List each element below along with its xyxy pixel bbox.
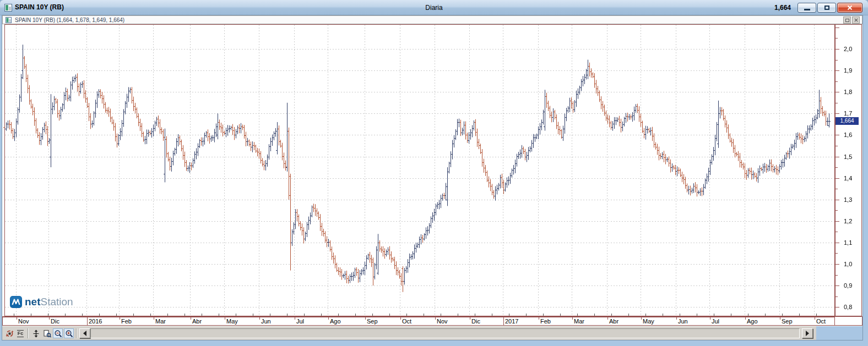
chart-restore-icon [845,19,849,22]
month-tick [225,317,225,320]
chart-header-quote: SPAIN 10Y (RB) (1,664, 1,678, 1,649, 1,6… [15,17,124,23]
last-price-tag: 1,664 [836,117,859,125]
chart-header: SPAIN 10Y (RB) (1,664, 1,678, 1,649, 1,6… [2,15,862,24]
month-tick [470,317,470,320]
x-axis-month-label: 2017 [505,318,518,325]
price-chart-canvas[interactable] [2,24,862,316]
x-axis-month-label: Feb [121,318,132,325]
month-tick [120,317,120,320]
chart-restore-button[interactable] [843,17,851,24]
x-axis-month-label: 2016 [89,318,102,325]
x-axis-month-label: Ago [747,318,758,325]
chart-properties-button[interactable] [4,328,14,338]
formula-icon: Fc [17,330,24,337]
chart-properties-icon [6,329,14,338]
year-divider [87,317,88,325]
toolbar-separator [28,328,28,338]
x-axis-month-label: Jul [712,318,719,325]
scroll-right-icon [806,331,809,336]
horizontal-scrollbar-track[interactable] [90,328,800,338]
fit-vertical-button[interactable] [31,328,41,338]
window-last-price: 1,664 [774,4,791,12]
logo-text-station: Station [41,296,73,307]
window-body: SPAIN 10Y (RB) (1,664, 1,678, 1,649, 1,6… [2,15,862,340]
window-timeframe-title: Diaria [0,4,868,12]
toolbar-separator [76,328,77,338]
x-axis-month-label: Feb [540,318,551,325]
zoom-in-button[interactable] [64,328,74,338]
x-axis-month-label: Abr [192,318,202,325]
x-axis-month-label: Oct [402,318,411,325]
x-axis-month-label: Sep [782,318,793,325]
month-tick [295,317,295,320]
month-tick [400,317,401,320]
month-tick [154,317,154,320]
x-axis-corner-cell [835,316,862,326]
x-axis-month-label: Ago [330,318,341,325]
netstation-logo-icon [10,296,22,308]
month-tick [710,317,710,320]
scroll-left-button[interactable] [79,328,90,338]
x-axis-month-label: May [226,318,238,325]
x-axis-month-label: Nov [437,318,448,325]
zoom-out-icon [54,329,62,338]
month-tick [435,317,436,320]
month-tick [49,317,50,320]
close-button[interactable] [837,3,862,13]
month-tick [17,317,17,320]
x-axis-month-label: Oct [816,318,826,325]
chart-plot-area: 1,664 netStation [2,24,862,316]
chart-close-icon [854,18,858,22]
month-tick [572,317,573,320]
toolbar-right-filler [816,326,862,340]
logo-text-net: net [25,296,41,307]
month-tick [607,317,608,320]
x-axis-month-label: May [643,318,654,325]
x-axis-band: NovDic2016FebMarAbrMayJunJulAgoSepOctNov… [2,316,835,326]
formula-button[interactable]: Fc [15,328,25,338]
month-tick [641,317,642,320]
month-tick [539,317,539,320]
restore-icon [824,6,829,10]
x-axis-month-label: Abr [609,318,619,325]
application-window: SPAIN 10Y (RB) Diaria 1,664 [0,0,868,346]
zoom-area-icon [43,329,51,338]
window-titlebar[interactable]: SPAIN 10Y (RB) Diaria 1,664 [0,0,868,15]
minimize-button[interactable] [798,3,816,13]
fit-vertical-icon [32,329,40,338]
month-tick [676,317,677,320]
x-axis-month-label: Jul [296,318,304,325]
zoom-in-icon [65,329,73,338]
chart-header-icon [6,17,12,23]
year-divider [503,317,504,325]
x-axis-month-label: Dic [471,318,480,325]
month-tick [365,317,366,320]
month-tick [780,317,780,320]
x-axis-month-label: Sep [367,318,378,325]
x-axis-month-label: Mar [574,318,584,325]
x-axis-month-label: Nov [18,318,29,325]
restore-button[interactable] [817,3,836,13]
x-axis-month-label: Dic [51,318,59,325]
month-tick [745,317,746,320]
x-axis-month-label: Mar [155,318,166,325]
minimize-icon [804,9,810,10]
month-tick [328,317,329,320]
scroll-left-icon [83,331,86,336]
brand-logo: netStation [10,296,73,308]
close-icon [847,5,853,10]
x-axis-month-label: Jun [678,318,688,325]
zoom-area-button[interactable] [42,328,52,338]
scroll-right-button[interactable] [802,328,813,338]
chart-close-button[interactable] [852,17,860,24]
month-tick [191,317,191,320]
month-tick [815,317,815,320]
month-tick [259,317,260,320]
zoom-out-button[interactable] [53,328,63,338]
chart-toolbar: Fc [2,326,862,340]
x-axis-month-label: Jun [261,318,271,325]
